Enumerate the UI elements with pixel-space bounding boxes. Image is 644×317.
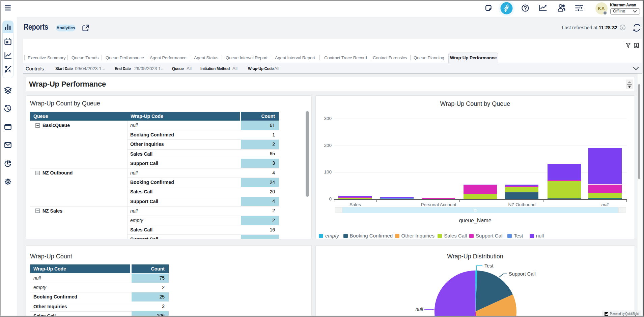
svg-text:i: i [622, 26, 623, 30]
